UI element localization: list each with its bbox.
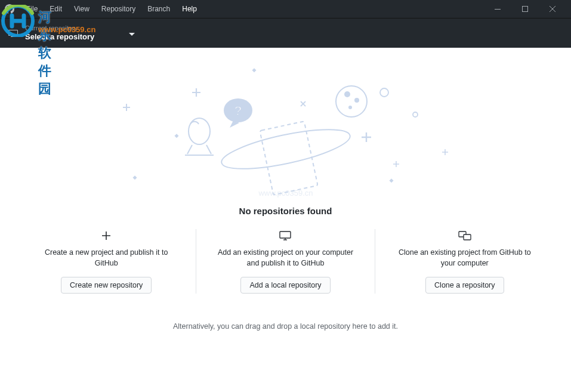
- svg-text:?: ?: [234, 103, 242, 118]
- menu-help[interactable]: Help: [176, 2, 203, 16]
- svg-line-11: [187, 145, 192, 154]
- menu-branch[interactable]: Branch: [141, 2, 176, 16]
- create-new-repository-button[interactable]: Create new repository: [61, 277, 152, 294]
- svg-rect-4: [132, 175, 137, 180]
- menu-bar: File Edit View Repository Branch Help: [20, 2, 203, 16]
- menu-file[interactable]: File: [20, 2, 44, 16]
- current-repo-label: Current repository: [25, 24, 94, 32]
- menu-edit[interactable]: Edit: [44, 2, 68, 16]
- svg-point-6: [380, 88, 388, 97]
- chevron-down-icon: [129, 28, 135, 39]
- svg-point-19: [218, 122, 353, 177]
- svg-point-7: [413, 112, 418, 117]
- card-add-local: Add an existing project on your computer…: [196, 229, 375, 294]
- monitor-icon: [279, 229, 291, 242]
- empty-illustration: ?: [116, 60, 456, 200]
- card-desc: Add an existing project on your computer…: [213, 247, 358, 268]
- github-icon: [5, 4, 14, 14]
- select-repo-label: Select a repository: [25, 32, 94, 42]
- maximize-button[interactable]: [511, 0, 539, 18]
- empty-heading: No repositories found: [239, 206, 332, 216]
- minimize-button[interactable]: [484, 0, 511, 18]
- action-cards: Create a new project and publish it to G…: [17, 229, 554, 294]
- card-desc: Clone an existing project from GitHub to…: [392, 247, 537, 268]
- menu-view[interactable]: View: [68, 2, 95, 16]
- svg-rect-2: [252, 68, 256, 72]
- drag-drop-hint: Alternatively, you can drag and drop a l…: [173, 322, 398, 331]
- svg-point-14: [336, 86, 367, 117]
- svg-point-16: [354, 98, 359, 103]
- card-clone: Clone an existing project from GitHub to…: [375, 229, 554, 294]
- svg-rect-5: [389, 178, 393, 183]
- add-local-repository-button[interactable]: Add a local repository: [240, 277, 330, 294]
- svg-rect-25: [464, 234, 471, 240]
- repository-selector[interactable]: Current repository Select a repository: [0, 18, 143, 48]
- window-controls: [484, 0, 566, 18]
- card-desc: Create a new project and publish it to G…: [34, 247, 179, 268]
- svg-point-15: [344, 91, 350, 97]
- card-create: Create a new project and publish it to G…: [17, 229, 196, 294]
- clone-repository-button[interactable]: Clone a repository: [425, 277, 504, 294]
- svg-line-12: [206, 145, 211, 154]
- svg-rect-21: [280, 232, 291, 238]
- toolbar: Current repository Select a repository: [0, 18, 571, 48]
- plus-icon: [101, 229, 111, 242]
- desktop-icon: [8, 29, 18, 38]
- clone-icon: [458, 229, 471, 242]
- svg-rect-3: [174, 134, 178, 138]
- svg-rect-0: [495, 9, 501, 10]
- svg-rect-1: [523, 7, 528, 12]
- close-button[interactable]: [539, 0, 566, 18]
- svg-text:www.pc0359.cn: www.pc0359.cn: [258, 189, 313, 197]
- svg-point-17: [348, 106, 352, 109]
- empty-state: ?: [0, 48, 571, 392]
- menu-repository[interactable]: Repository: [95, 2, 141, 16]
- titlebar: File Edit View Repository Branch Help: [0, 0, 571, 18]
